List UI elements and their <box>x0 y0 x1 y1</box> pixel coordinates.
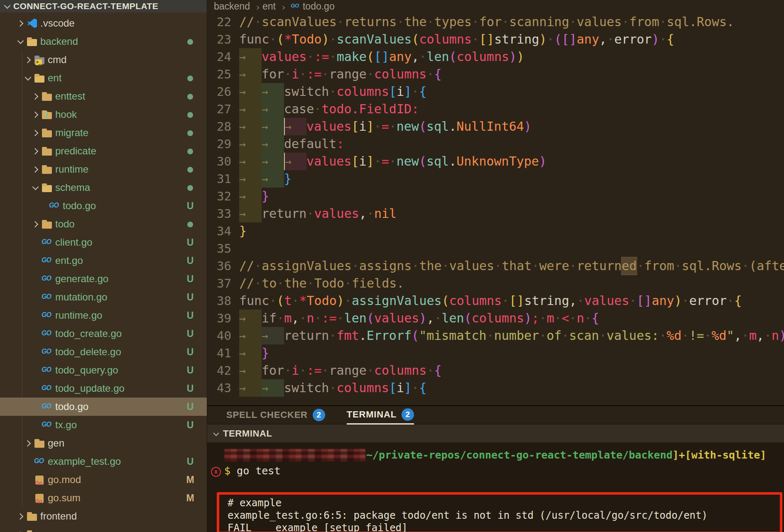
code-line[interactable]: 41→} <box>207 344 784 362</box>
whitespace-dot: · <box>254 276 262 290</box>
tree-item-mutation-go[interactable]: mutation.goU <box>0 288 207 306</box>
code-line[interactable]: 32→} <box>207 188 784 205</box>
code-line[interactable]: 22//·scanValues·returns·the·types·for·sc… <box>207 13 784 31</box>
terminal[interactable]: ~/private-repos/connect-go-react-templat… <box>207 442 784 532</box>
code-line[interactable]: 36//·assignValues·assigns·the·values·tha… <box>207 257 784 275</box>
go-file-icon <box>42 420 53 431</box>
tab-indent-marker: → <box>262 327 284 344</box>
tab-indent-marker: → <box>262 118 284 135</box>
code-line-content: →for·i·:=·range·columns·{ <box>231 66 442 83</box>
code-line[interactable]: 29→→default: <box>207 135 784 153</box>
tree-item-cmd[interactable]: >_cmd <box>0 51 207 69</box>
tree-item-gen[interactable]: gen <box>0 434 207 452</box>
tree-item-runtime[interactable]: runtime <box>0 160 207 178</box>
whitespace-dot: · <box>577 293 584 308</box>
tree-item-frontend[interactable]: frontend <box>0 507 207 525</box>
code-line[interactable]: 34} <box>207 222 784 240</box>
code-token: * <box>299 292 307 310</box>
code-line[interactable]: 28→→→values[i]·=·new(sql.NullInt64) <box>207 118 784 135</box>
code-token: ([] <box>554 31 577 48</box>
git-changed-dot-badge <box>184 164 197 175</box>
tree-item-todo-update-go[interactable]: todo_update.goU <box>0 379 207 398</box>
tree-item-ent-go[interactable]: ent.goU <box>0 251 207 270</box>
code-editor[interactable]: 22//·scanValues·returns·the·types·for·sc… <box>207 13 784 397</box>
chevron-placeholder <box>31 384 40 393</box>
tree-item-enttest[interactable]: enttest <box>0 87 207 105</box>
code-line[interactable]: 23func·(*Todo)·scanValues(columns·[]stri… <box>207 31 784 48</box>
tree-item-predicate[interactable]: predicate <box>0 142 207 160</box>
git-changed-dot-badge <box>184 109 197 120</box>
code-token: · <box>329 31 337 48</box>
tree-item-label: client.go <box>55 237 92 248</box>
panel-tab-spell-checker[interactable]: SPELL CHECKER2 <box>226 406 325 424</box>
terminal-command-line: x$ go test <box>224 464 280 478</box>
panel-tab-terminal[interactable]: TERMINAL2 <box>347 406 414 425</box>
code-line[interactable]: 43→→switch·columns[i]·{ <box>207 379 784 397</box>
tree-item-migrate[interactable]: migrate <box>0 124 207 142</box>
code-token: ;· <box>532 310 546 327</box>
whitespace-dot: · <box>329 49 337 64</box>
tree-item-todo-query-go[interactable]: todo_query.goU <box>0 361 207 379</box>
git-status-badge: U <box>184 292 197 303</box>
code-line[interactable]: 37//·to·the·Todo·fields. <box>207 275 784 292</box>
go-file-icon <box>49 200 60 212</box>
code-token: return· <box>284 327 336 344</box>
code-line[interactable]: 39→if·m,·n·:=·len(values),·len(columns);… <box>207 310 784 327</box>
code-token: if· <box>262 310 284 327</box>
git-status-badge: M <box>184 493 197 504</box>
code-line[interactable]: 26→→switch·columns[i]·{ <box>207 83 784 100</box>
tree-item-example-test-go[interactable]: example_test.goU <box>0 452 207 471</box>
tree-item-todo[interactable]: todo <box>0 215 207 233</box>
tree-item-go-sum[interactable]: go.sumM <box>0 489 207 507</box>
tree-item-todo-create-go[interactable]: todo_create.goU <box>0 325 207 343</box>
tree-item-client-go[interactable]: client.goU <box>0 233 207 251</box>
breadcrumb-segment-backend[interactable]: backend <box>214 1 250 12</box>
whitespace-dot: · <box>659 328 666 343</box>
code-line[interactable]: 35 <box>207 240 784 257</box>
tree-item-partial-item[interactable] <box>0 525 207 532</box>
error-annotation-box: # example example_test.go:6:5: package t… <box>217 492 782 532</box>
terminal-section-header[interactable]: TERMINAL <box>207 425 784 442</box>
tree-item--vscode[interactable]: .vscode <box>0 14 207 32</box>
code-line[interactable]: 33→return·values,·nil <box>207 205 784 222</box>
code-line[interactable]: 25→for·i·:=·range·columns·{ <box>207 66 784 83</box>
whitespace-dot: · <box>374 154 382 168</box>
project-title: CONNECT-GO-REACT-TEMPLATE <box>13 1 158 11</box>
whitespace-dot: · <box>659 32 667 46</box>
code-token: assignValues <box>352 292 442 310</box>
explorer-section-header[interactable]: CONNECT-GO-REACT-TEMPLATE <box>0 0 207 12</box>
code-token: i <box>397 379 404 397</box>
chevron-right-icon <box>31 165 40 174</box>
tree-item-schema[interactable]: schema <box>0 178 207 197</box>
tree-item-generate-go[interactable]: generate.goU <box>0 270 207 288</box>
code-line[interactable]: 24→values·:=·make([]any,·len(columns)) <box>207 48 784 66</box>
tree-item-todo-go[interactable]: todo.goU <box>0 398 207 416</box>
code-line[interactable]: 30→→→values[i]·=·new(sql.UnknownType) <box>207 153 784 170</box>
redacted-user-host <box>224 449 365 461</box>
tab-indent-marker: → <box>239 327 262 344</box>
tree-item-hook[interactable]: Jhook <box>0 105 207 124</box>
code-line-content: func·(*Todo)·scanValues(columns·[]string… <box>231 31 674 48</box>
code-token: ) <box>524 310 532 327</box>
code-line[interactable]: 42→for·i·:=·range·columns·{ <box>207 362 784 379</box>
editor-area: backend ent todo.go 22//·scanValues·retu… <box>207 0 784 405</box>
tree-item-tx-go[interactable]: tx.goU <box>0 416 207 434</box>
tree-item-todo-delete-go[interactable]: todo_delete.goU <box>0 343 207 361</box>
tree-item-ent[interactable]: ent <box>0 69 207 87</box>
breadcrumb-segment-file[interactable]: todo.go <box>303 1 335 12</box>
code-line[interactable]: 40→→return·fmt.Errorf("mismatch·number·o… <box>207 327 784 344</box>
tree-item-todo-go[interactable]: todo.goU <box>0 197 207 215</box>
code-line[interactable]: 27→→case·todo.FieldID: <box>207 100 784 118</box>
tree-item-label: todo.go <box>63 200 96 212</box>
prompt-symbol: $ <box>224 464 237 478</box>
code-token: [ <box>389 83 397 100</box>
breadcrumb[interactable]: backend ent todo.go <box>207 0 784 13</box>
tab-indent-marker: → <box>262 170 284 188</box>
tree-item-runtime-go[interactable]: runtime.goU <box>0 306 207 325</box>
code-line[interactable]: 31→→} <box>207 170 784 188</box>
code-token: //·scanValues·returns·the·types·for·scan… <box>239 13 734 31</box>
code-line[interactable]: 38func·(t·*Todo)·assignValues(columns·[]… <box>207 292 784 310</box>
tree-item-go-mod[interactable]: go.modM <box>0 471 207 489</box>
breadcrumb-segment-ent[interactable]: ent <box>262 1 276 12</box>
tree-item-backend[interactable]: backend <box>0 32 207 51</box>
